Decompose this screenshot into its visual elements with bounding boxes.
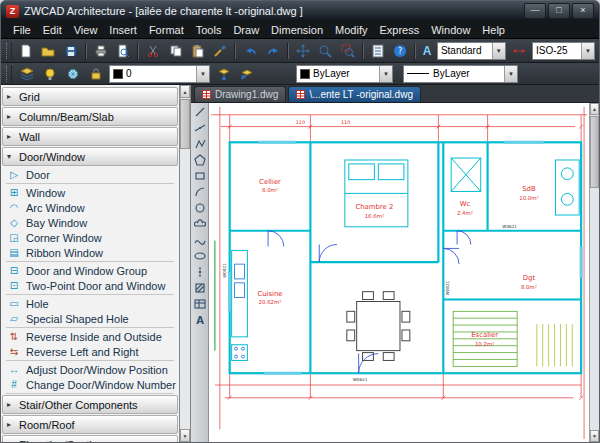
sidebar-item-corner-window[interactable]: ◲Corner Window: [1, 230, 179, 245]
color-combo[interactable]: ByLayer ▼: [296, 65, 393, 83]
zoom-window-button[interactable]: [337, 40, 359, 61]
menu-view[interactable]: View: [68, 22, 104, 38]
rectangle-tool-icon[interactable]: [192, 168, 208, 184]
sidebar-section-stair-other-components[interactable]: ▸Stair/Other Components: [2, 395, 178, 414]
redo-button[interactable]: [262, 40, 284, 61]
sidebar-item-door-window-group[interactable]: ⊟Door and Window Group: [1, 263, 179, 278]
tab-drawing1[interactable]: Drawing1.dwg: [194, 86, 286, 102]
pan-button[interactable]: [292, 40, 314, 61]
wall-tag: W0B21: [445, 280, 450, 295]
text-tool-icon[interactable]: A: [192, 312, 208, 328]
chevron-down-icon[interactable]: ▼: [504, 66, 517, 82]
hatch-tool-icon[interactable]: [192, 280, 208, 296]
scroll-down-icon[interactable]: ▼: [590, 430, 599, 442]
open-button[interactable]: [37, 40, 59, 61]
sidebar-item-adjust-door-window-position[interactable]: ↔Adjust Door/Window Position: [1, 362, 179, 377]
sidebar-item-door[interactable]: ▷Door: [1, 167, 179, 182]
save-button[interactable]: [59, 40, 81, 61]
menu-draw[interactable]: Draw: [227, 22, 265, 38]
menu-file[interactable]: File: [7, 22, 37, 38]
menu-edit[interactable]: Edit: [37, 22, 68, 38]
arc-tool-icon[interactable]: [192, 184, 208, 200]
layer-properties-button[interactable]: [15, 63, 38, 84]
print-preview-button[interactable]: [112, 40, 134, 61]
sidebar-item-reverse-inside-outside[interactable]: ⇅Reverse Inside and Outside: [1, 329, 179, 344]
sidebar-item-hole[interactable]: ▭Hole: [1, 296, 179, 311]
scrollbar-thumb[interactable]: [180, 99, 190, 149]
chevron-down-icon[interactable]: ▼: [379, 66, 392, 82]
make-object-layer-button[interactable]: [212, 63, 235, 84]
table-tool-icon[interactable]: [192, 296, 208, 312]
sidebar-item-bay-window[interactable]: ◇Bay Window: [1, 215, 179, 230]
undo-button[interactable]: [239, 40, 261, 61]
scrollbar-track[interactable]: [590, 189, 599, 430]
sidebar-section-grid[interactable]: ▸Grid: [2, 87, 178, 106]
new-button[interactable]: [15, 40, 37, 61]
chevron-down-icon[interactable]: ▼: [196, 66, 209, 82]
title-bar[interactable]: Z ZWCAD Architecture - [ailée de charent…: [1, 1, 599, 21]
polyline-tool-icon[interactable]: [192, 136, 208, 152]
revision-cloud-tool-icon[interactable]: [192, 216, 208, 232]
sidebar-section-door-window[interactable]: ▾Door/Window: [2, 147, 178, 166]
menu-help[interactable]: Help: [476, 22, 511, 38]
menu-window[interactable]: Window: [425, 22, 476, 38]
menu-modify[interactable]: Modify: [329, 22, 373, 38]
layer-lock-icon[interactable]: [84, 63, 107, 84]
layer-combo[interactable]: 0 ▼: [109, 65, 210, 83]
point-tool-icon[interactable]: [192, 264, 208, 280]
sidebar-item-window[interactable]: ⊞Window: [1, 185, 179, 200]
chevron-down-icon[interactable]: ▼: [581, 43, 594, 59]
maximize-button[interactable]: □: [548, 3, 570, 19]
menu-insert[interactable]: Insert: [103, 22, 143, 38]
polygon-tool-icon[interactable]: [192, 152, 208, 168]
sidebar-item-arc-window[interactable]: ◠Arc Window: [1, 200, 179, 215]
minimize-button[interactable]: —: [524, 3, 546, 19]
plot-button[interactable]: [90, 40, 112, 61]
circle-tool-icon[interactable]: [192, 200, 208, 216]
layer-freeze-icon[interactable]: [61, 63, 84, 84]
scroll-up-icon[interactable]: ▲: [180, 85, 190, 98]
menu-dimension[interactable]: Dimension: [265, 22, 329, 38]
scroll-up-icon[interactable]: ▲: [590, 103, 599, 115]
text-style-combo[interactable]: Standard ▼: [437, 42, 506, 60]
ellipse-tool-icon[interactable]: [192, 248, 208, 264]
sidebar-item-change-door-window-number[interactable]: #Change Door/Window Number: [1, 377, 179, 392]
layer-on-icon[interactable]: [38, 63, 61, 84]
dim-style-combo[interactable]: ISO-25 ▼: [532, 42, 595, 60]
sidebar-section-column-beam-slab[interactable]: ▸Column/Beam/Slab: [2, 107, 178, 126]
linetype-combo[interactable]: ByLayer ▼: [403, 65, 518, 83]
sidebar-scrollbar[interactable]: ▲ ▼: [180, 85, 191, 442]
sidebar-section-elevation-section[interactable]: ▸Elevation/Section: [2, 435, 178, 442]
menu-tools[interactable]: Tools: [190, 22, 228, 38]
close-button[interactable]: ×: [572, 3, 594, 19]
toolbar-grip[interactable]: [6, 66, 12, 82]
scroll-down-icon[interactable]: ▼: [180, 429, 190, 442]
construction-line-tool-icon[interactable]: [192, 120, 208, 136]
tab-current-drawing[interactable]: \...ente LT -original.dwg: [288, 86, 421, 102]
sidebar-section-wall[interactable]: ▸Wall: [2, 127, 178, 146]
properties-button[interactable]: [367, 40, 389, 61]
scrollbar-thumb[interactable]: [590, 116, 599, 188]
cut-button[interactable]: [142, 40, 164, 61]
sidebar-item-special-shaped-hole[interactable]: ▱Special Shaped Hole: [1, 311, 179, 326]
scrollbar-track[interactable]: [180, 150, 190, 429]
copy-button[interactable]: [165, 40, 187, 61]
drawing-canvas[interactable]: 110 110: [209, 103, 589, 442]
match-properties-button[interactable]: [209, 40, 231, 61]
menu-format[interactable]: Format: [143, 22, 190, 38]
spline-tool-icon[interactable]: [192, 232, 208, 248]
canvas-scrollbar[interactable]: ▲ ▼: [589, 103, 599, 442]
help-button[interactable]: ?: [389, 40, 411, 61]
sidebar-section-room-roof[interactable]: ▸Room/Roof: [2, 415, 178, 434]
sidebar-item-reverse-left-right[interactable]: ⇆Reverse Left and Right: [1, 344, 179, 359]
toolbar-grip[interactable]: [6, 43, 12, 59]
floor-plan: 110 110: [209, 103, 589, 442]
layer-previous-button[interactable]: [235, 63, 258, 84]
line-tool-icon[interactable]: [192, 104, 208, 120]
zoom-realtime-button[interactable]: [314, 40, 336, 61]
chevron-down-icon[interactable]: ▼: [492, 43, 505, 59]
menu-express[interactable]: Express: [373, 22, 425, 38]
sidebar-item-ribbon-window[interactable]: ▤Ribbon Window: [1, 245, 179, 260]
sidebar-item-two-point-door-window[interactable]: ⊡Two-Point Door and Window: [1, 278, 179, 293]
paste-button[interactable]: [187, 40, 209, 61]
